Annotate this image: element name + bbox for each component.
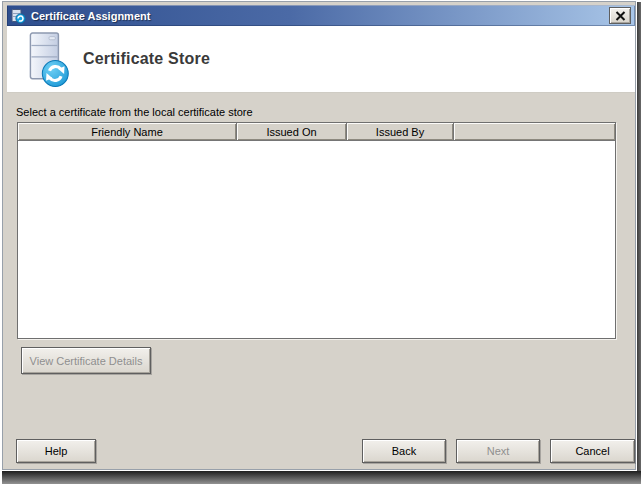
column-header-issued-on[interactable]: Issued On xyxy=(237,123,347,140)
close-icon xyxy=(615,11,626,21)
page-title: Certificate Store xyxy=(83,50,210,68)
certificate-list-area[interactable] xyxy=(18,141,615,338)
title-bar[interactable]: Certificate Assignment xyxy=(7,5,635,26)
window-shadow-right xyxy=(637,2,641,471)
cancel-button[interactable]: Cancel xyxy=(550,439,635,463)
column-header-blank[interactable] xyxy=(454,123,615,140)
window-title: Certificate Assignment xyxy=(31,10,150,22)
certificate-table: Friendly Name Issued On Issued By xyxy=(17,122,616,339)
server-sync-icon xyxy=(10,8,26,24)
certificate-store-icon xyxy=(24,32,70,92)
back-button[interactable]: Back xyxy=(362,439,446,463)
instruction-label: Select a certificate from the local cert… xyxy=(16,106,253,118)
wizard-header: Certificate Store xyxy=(7,26,635,93)
help-button[interactable]: Help xyxy=(16,439,96,463)
table-header-row: Friendly Name Issued On Issued By xyxy=(18,123,615,141)
column-header-friendly-name[interactable]: Friendly Name xyxy=(18,123,237,140)
close-button[interactable] xyxy=(609,7,631,24)
next-button[interactable]: Next xyxy=(456,439,540,463)
view-certificate-details-button[interactable]: View Certificate Details xyxy=(21,347,151,374)
dialog-window: Certificate Assignment xyxy=(2,1,636,470)
window-shadow-bottom xyxy=(2,471,641,484)
column-header-issued-by[interactable]: Issued By xyxy=(347,123,454,140)
